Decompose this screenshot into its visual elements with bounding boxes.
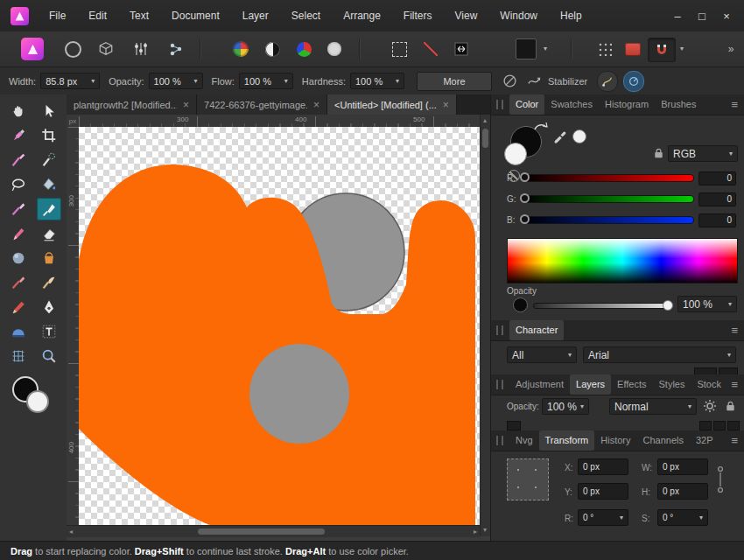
colour-replacement-brush-tool[interactable] (37, 198, 61, 220)
tab-navigator[interactable]: Nvg (509, 430, 539, 451)
swap-colours-icon[interactable] (533, 121, 549, 131)
secondary-colour-circle[interactable] (504, 143, 527, 165)
blue-slider[interactable] (522, 216, 694, 224)
colour-spectrum[interactable] (507, 238, 738, 284)
paint-brush-tool[interactable] (6, 149, 31, 172)
tab-history[interactable]: History (594, 430, 636, 451)
font-family-combo[interactable]: Arial ▾ (583, 346, 736, 363)
panel-grip-icon[interactable] (496, 100, 503, 109)
lock-icon[interactable] (652, 146, 665, 160)
panel-grip-icon[interactable] (496, 326, 503, 335)
tab-color[interactable]: Color (509, 94, 544, 115)
tab-brushes[interactable]: Brushes (655, 94, 702, 115)
layers-opacity-combo[interactable]: 100 % ▾ (542, 398, 589, 415)
tab-layers[interactable]: Layers (570, 374, 611, 395)
doc-tab-1[interactable]: plantgrowth2 [Modified... × (67, 94, 197, 115)
lasso-tool[interactable] (6, 173, 31, 196)
auto-levels-button[interactable] (292, 38, 315, 60)
colour-picker-tool[interactable] (6, 124, 31, 147)
brush-tip-button[interactable] (501, 72, 520, 91)
opacity-combo[interactable]: 100 % ▾ (149, 73, 203, 89)
snapping-presets-button[interactable] (621, 38, 644, 60)
shape-ellipse-button[interactable] (61, 38, 84, 60)
more-button[interactable]: More (417, 72, 492, 91)
menu-view[interactable]: View (444, 0, 489, 32)
scroll-up-icon[interactable]: ▴ (483, 117, 487, 124)
vertical-scroll-thumb[interactable] (482, 129, 488, 148)
green-slider[interactable] (522, 195, 694, 203)
pen-tool[interactable] (37, 296, 61, 318)
rotation-field[interactable]: 0 ° ▾ (578, 509, 628, 526)
panel-menu-icon[interactable]: ≡ (731, 98, 738, 111)
tab-effects[interactable]: Effects (611, 374, 652, 395)
zoom-tool[interactable] (37, 345, 61, 368)
window-stabilizer-button[interactable] (623, 71, 644, 92)
tab-histogram[interactable]: Histogram (599, 94, 655, 115)
grid-button[interactable] (593, 38, 616, 60)
undo-brush-tool[interactable] (37, 247, 61, 270)
tab-adjustment[interactable]: Adjustment (509, 374, 570, 395)
smudge-tool[interactable] (37, 271, 61, 294)
stabilizer-toggle[interactable] (525, 72, 544, 91)
scroll-right-icon[interactable]: ▸ (474, 528, 477, 536)
menu-help[interactable]: Help (549, 0, 593, 32)
y-field[interactable]: 0 px (578, 483, 628, 500)
panel-grip-icon[interactable] (496, 436, 503, 445)
scroll-left-icon[interactable]: ◂ (69, 528, 73, 536)
opacity-slider-knob[interactable] (663, 300, 673, 311)
text-tool[interactable] (37, 320, 61, 343)
gear-icon[interactable] (703, 399, 717, 413)
green-slider-knob[interactable] (520, 193, 530, 203)
panel-menu-icon[interactable]: ≡ (731, 324, 738, 337)
w-field[interactable]: 0 px (657, 458, 708, 475)
share-nodes-button[interactable] (165, 38, 187, 60)
crayon-tool[interactable] (6, 222, 31, 245)
tab-close-icon[interactable]: × (313, 99, 319, 111)
transform-anchor-selector[interactable] (507, 458, 549, 500)
pencil-tool[interactable] (6, 296, 31, 318)
menu-text[interactable]: Text (118, 0, 160, 32)
paint-brush2-tool[interactable] (6, 198, 31, 220)
close-button[interactable]: × (714, 5, 739, 26)
erase-tool[interactable] (37, 222, 61, 245)
link-dimensions-icon[interactable] (716, 462, 725, 497)
tab-channels[interactable]: Channels (637, 430, 690, 451)
menu-layer[interactable]: Layer (231, 0, 280, 32)
snapping-line-button[interactable] (419, 38, 442, 60)
auto-white-balance-button[interactable] (323, 38, 346, 60)
menu-filters[interactable]: Filters (392, 0, 444, 32)
canvas[interactable] (79, 127, 480, 525)
blue-value-field[interactable]: 0 (698, 214, 736, 228)
h-field[interactable]: 0 px (657, 483, 708, 500)
blend-mode-combo[interactable]: Normal ▾ (609, 398, 697, 415)
tab-stock[interactable]: Stock (691, 374, 727, 395)
maximize-button[interactable]: □ (690, 5, 714, 26)
stroke-colour-swatch[interactable] (26, 390, 49, 413)
font-collection-combo[interactable]: All ▾ (507, 346, 577, 363)
tab-styles[interactable]: Styles (653, 374, 691, 395)
rope-stabilizer-button[interactable] (597, 71, 618, 92)
tab-32bit-preview[interactable]: 32P (690, 430, 719, 451)
adjust-sliders-button[interactable] (130, 38, 152, 60)
colour-mode-combo[interactable]: RGB ▾ (668, 145, 738, 162)
burn-brush-tool[interactable] (6, 271, 31, 294)
hardness-combo[interactable]: 100 % ▾ (350, 73, 404, 89)
menu-file[interactable]: File (38, 0, 77, 32)
snapping-magnet-button[interactable] (648, 38, 676, 62)
auto-contrast-button[interactable] (261, 38, 284, 60)
crop-tool[interactable] (37, 124, 61, 147)
tab-close-icon[interactable]: × (183, 99, 189, 111)
red-slider-knob[interactable] (520, 172, 530, 182)
invert-selection-button[interactable] (450, 38, 473, 60)
magnet-dropdown-button[interactable]: ▾ (676, 38, 688, 60)
panel-grip-icon[interactable] (496, 380, 503, 389)
tab-swatches[interactable]: Swatches (544, 94, 599, 115)
opacity-value-combo[interactable]: 100 % ▾ (677, 296, 737, 312)
horizontal-scroll-thumb[interactable] (198, 528, 325, 535)
menu-select[interactable]: Select (280, 0, 332, 32)
x-field[interactable]: 0 px (578, 458, 628, 475)
isometric-button[interactable] (95, 38, 117, 60)
lock-icon[interactable] (724, 399, 737, 413)
marquee-button[interactable] (388, 38, 411, 60)
flood-fill-tool[interactable] (37, 173, 61, 196)
